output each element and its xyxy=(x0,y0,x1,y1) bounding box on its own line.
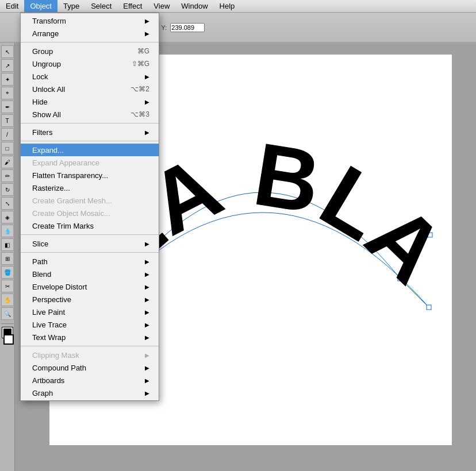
menu-section-4: Expand... Expand Appearance Flatten Tran… xyxy=(21,142,159,233)
tool-shape[interactable]: □ xyxy=(1,142,14,155)
tool-lasso[interactable]: ⌖ xyxy=(1,87,14,99)
separator xyxy=(1,323,14,324)
separator-6 xyxy=(21,346,159,346)
tool-magic-wand[interactable]: ✦ xyxy=(1,73,14,86)
object-dropdown-menu: Transform ▶ Arrange ▶ Group ⌘G Ungroup ⇧… xyxy=(20,13,159,401)
y-label: Y: xyxy=(161,24,167,31)
menu-item-graph[interactable]: Graph ▶ xyxy=(21,387,159,399)
menu-item-group[interactable]: Group ⌘G xyxy=(21,45,159,57)
tool-live-paint[interactable]: 🪣 xyxy=(1,266,14,279)
menu-item-expand[interactable]: Expand... xyxy=(21,144,159,156)
tool-scissors[interactable]: ✂ xyxy=(1,280,14,292)
tool-pencil[interactable]: ✏ xyxy=(1,169,14,182)
menu-item-artboards[interactable]: Artboards ▶ xyxy=(21,374,159,387)
menu-item-blend[interactable]: Blend ▶ xyxy=(21,268,159,280)
menu-item-create-object-mosaic: Create Object Mosaic... xyxy=(21,207,159,219)
menu-item-compound-path[interactable]: Compound Path ▶ xyxy=(21,361,159,374)
menu-select[interactable]: Select xyxy=(85,0,117,12)
tool-mesh[interactable]: ⊞ xyxy=(1,252,14,265)
tool-select[interactable]: ↖ xyxy=(1,45,14,58)
menu-item-path[interactable]: Path ▶ xyxy=(21,255,159,268)
menu-effect[interactable]: Effect xyxy=(117,0,148,12)
menu-item-perspective[interactable]: Perspective ▶ xyxy=(21,293,159,306)
tool-blend[interactable]: ◈ xyxy=(1,211,14,223)
menu-item-live-paint[interactable]: Live Paint ▶ xyxy=(21,306,159,318)
menu-item-text-wrap[interactable]: Text Wrap ▶ xyxy=(21,331,159,343)
menu-item-envelope-distort[interactable]: Envelope Distort ▶ xyxy=(21,280,159,293)
separator-1 xyxy=(21,42,159,43)
menu-item-lock[interactable]: Lock ▶ xyxy=(21,70,159,83)
y-input[interactable] xyxy=(170,23,205,32)
menu-item-live-trace[interactable]: Live Trace ▶ xyxy=(21,318,159,331)
menu-item-create-trim-marks[interactable]: Create Trim Marks xyxy=(21,219,159,232)
menu-item-show-all[interactable]: Show All ⌥⌘3 xyxy=(21,108,159,121)
tool-gradient[interactable]: ◧ xyxy=(1,238,14,251)
menu-section-1: Transform ▶ Arrange ▶ xyxy=(21,13,159,41)
tool-paintbrush[interactable]: 🖌 xyxy=(1,156,14,168)
menubar: Edit Object Type Select Effect View Wind… xyxy=(0,0,476,13)
separator-5 xyxy=(21,252,159,253)
menu-type[interactable]: Type xyxy=(57,0,85,12)
svg-rect-5 xyxy=(427,305,431,310)
tool-pen[interactable]: ✒ xyxy=(1,101,14,113)
menu-item-clipping-mask: Clipping Mask ▶ xyxy=(21,349,159,361)
tool-scale[interactable]: ⤡ xyxy=(1,197,14,210)
tool-type[interactable]: T xyxy=(1,114,14,127)
menu-item-unlock-all[interactable]: Unlock All ⌥⌘2 xyxy=(21,83,159,95)
menu-edit[interactable]: Edit xyxy=(0,0,24,12)
menu-window[interactable]: Window xyxy=(175,0,213,12)
separator-2 xyxy=(21,123,159,123)
menu-help[interactable]: Help xyxy=(214,0,241,12)
stroke-color[interactable] xyxy=(3,334,14,345)
menu-section-5: Slice ▶ xyxy=(21,236,159,251)
menu-item-rasterize[interactable]: Rasterize... xyxy=(21,182,159,194)
tool-zoom[interactable]: 🔍 xyxy=(1,307,14,320)
menu-item-flatten-transparency[interactable]: Flatten Transparency... xyxy=(21,169,159,182)
menu-section-2: Group ⌘G Ungroup ⇧⌘G Lock ▶ Unlock All ⌥… xyxy=(21,44,159,122)
tool-eyedrop[interactable]: 💧 xyxy=(1,225,14,237)
tool-direct-select[interactable]: ↗ xyxy=(1,59,14,72)
menu-item-expand-appearance: Expand Appearance xyxy=(21,156,159,169)
menu-item-filters[interactable]: Filters ▶ xyxy=(21,126,159,138)
separator-4 xyxy=(21,234,159,235)
menu-section-6: Path ▶ Blend ▶ Envelope Distort ▶ Perspe… xyxy=(21,254,159,345)
menu-item-slice[interactable]: Slice ▶ xyxy=(21,237,159,250)
menu-item-transform[interactable]: Transform ▶ xyxy=(21,14,159,27)
menu-view[interactable]: View xyxy=(148,0,175,12)
menu-section-3: Filters ▶ xyxy=(21,125,159,140)
menu-item-create-gradient-mesh: Create Gradient Mesh... xyxy=(21,194,159,207)
tool-line[interactable]: / xyxy=(1,128,14,141)
menu-item-ungroup[interactable]: Ungroup ⇧⌘G xyxy=(21,57,159,70)
menu-object[interactable]: Object xyxy=(24,0,57,12)
separator-3 xyxy=(21,141,159,141)
menu-item-hide[interactable]: Hide ▶ xyxy=(21,95,159,108)
tool-rotate[interactable]: ↻ xyxy=(1,183,14,196)
menu-item-arrange[interactable]: Arrange ▶ xyxy=(21,27,159,40)
menu-section-7: Clipping Mask ▶ Compound Path ▶ Artboard… xyxy=(21,348,159,400)
tool-hand[interactable]: ✋ xyxy=(1,294,14,306)
left-tool-panel: ↖ ↗ ✦ ⌖ ✒ T / □ 🖌 ✏ ↻ ⤡ ◈ 💧 ◧ ⊞ 🪣 ✂ ✋ 🔍 xyxy=(0,43,15,471)
